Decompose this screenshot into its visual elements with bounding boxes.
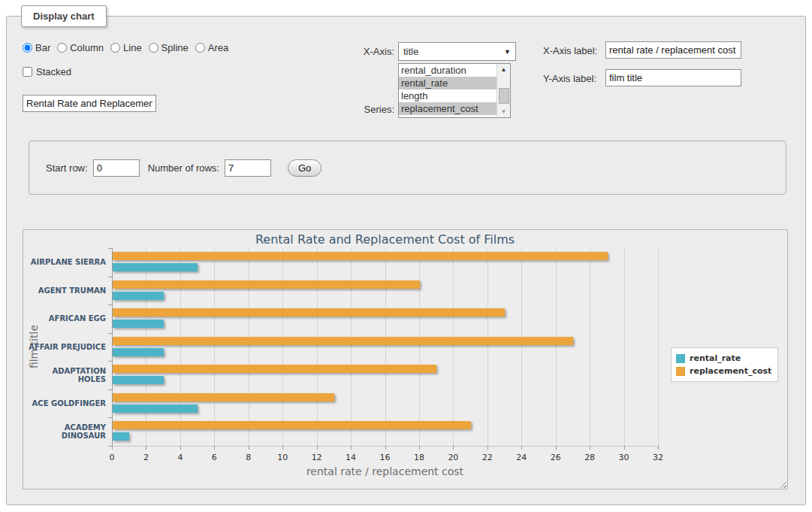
gridline <box>317 248 318 446</box>
bar-rental_rate[interactable] <box>113 404 198 413</box>
scrollbar-thumb[interactable] <box>499 88 509 103</box>
y-axis-label-label: Y-Axis label: <box>543 73 596 84</box>
chart-type-line[interactable]: Line <box>110 42 142 53</box>
category-label: AFFAIR PREJUDICE <box>25 333 106 362</box>
scroll-up-icon[interactable]: ▲ <box>497 64 510 75</box>
bar-rental_rate[interactable] <box>113 376 164 384</box>
gridline <box>658 248 659 446</box>
bar-replacement_cost[interactable] <box>113 308 505 317</box>
chart-type-area[interactable]: Area <box>195 42 228 53</box>
gridline <box>351 248 352 446</box>
gridline <box>249 248 249 446</box>
chart-type-radio-line[interactable] <box>110 43 120 53</box>
x-axis-select[interactable]: title ▼ <box>398 42 516 61</box>
gridline <box>624 248 625 446</box>
chart-type-bar[interactable]: Bar <box>23 42 50 53</box>
chart-type-label: Spline <box>161 42 189 53</box>
bar-rental_rate[interactable] <box>113 320 164 328</box>
bar-replacement_cost[interactable] <box>113 421 471 429</box>
bar-replacement_cost[interactable] <box>113 280 420 289</box>
bar-replacement_cost[interactable] <box>113 393 334 401</box>
resize-handle-icon[interactable] <box>778 480 786 488</box>
axis-tick <box>282 446 283 450</box>
axis-tick <box>351 446 352 450</box>
y-axis-label-input[interactable] <box>605 69 741 86</box>
chart-legend: rental_ratereplacement_cost <box>671 347 778 382</box>
chart-type-spline[interactable]: Spline <box>149 42 189 53</box>
x-tick-label: 10 <box>277 453 288 462</box>
stacked-checkbox-row[interactable]: Stacked <box>23 66 71 77</box>
axis-tick <box>658 446 659 450</box>
bar-rental_rate[interactable] <box>113 263 198 271</box>
x-axis-label-label: X-Axis label: <box>543 45 597 56</box>
chart-type-group: BarColumnLineSplineArea <box>23 42 235 53</box>
gridline <box>214 248 215 446</box>
chart-type-label: Line <box>123 42 142 53</box>
legend-item-replacement_cost[interactable]: replacement_cost <box>676 365 771 377</box>
gridline <box>590 248 590 446</box>
num-rows-label: Number of rows: <box>148 162 219 174</box>
category-label: ADAPTATION HOLES <box>25 361 106 389</box>
x-tick-label: 26 <box>551 453 561 462</box>
legend-item-rental_rate[interactable]: rental_rate <box>676 352 771 365</box>
chart-type-radio-area[interactable] <box>195 43 205 53</box>
x-axis-selected-value: title <box>403 46 418 57</box>
category-label: ACADEMY DINOSAUR <box>25 417 106 446</box>
x-tick-label: 24 <box>516 453 527 462</box>
start-row-input[interactable] <box>93 159 140 177</box>
x-tick-label: 18 <box>414 453 424 462</box>
row-controls-panel: Start row: Number of rows: Go <box>29 141 786 195</box>
chart-type-label: Area <box>208 42 228 53</box>
series-option-rental_duration[interactable]: rental_duration <box>399 64 497 77</box>
bar-rental_rate[interactable] <box>113 348 164 356</box>
axis-tick <box>214 446 215 450</box>
axis-tick <box>249 446 249 450</box>
num-rows-input[interactable] <box>225 159 271 177</box>
x-tick-label: 2 <box>143 453 149 462</box>
gridline <box>488 248 488 446</box>
gridline <box>556 248 557 446</box>
x-axis-label-input[interactable] <box>605 41 741 59</box>
axis-tick <box>590 446 590 450</box>
series-option-length[interactable]: length <box>399 89 497 102</box>
chart-type-radio-spline[interactable] <box>149 43 158 53</box>
legend-swatch-icon <box>676 367 685 376</box>
bar-rental_rate[interactable] <box>113 292 164 300</box>
series-option-rental_rate[interactable]: rental_rate <box>399 77 497 89</box>
x-tick-label: 16 <box>380 453 391 462</box>
chart-type-radio-column[interactable] <box>57 43 67 53</box>
go-button[interactable]: Go <box>288 159 321 177</box>
chart-title: Rental Rate and Replacement Cost of Film… <box>112 232 658 247</box>
legend-label: rental_rate <box>690 353 741 363</box>
listbox-scrollbar[interactable]: ▲ ▼ <box>497 64 510 117</box>
legend-swatch-icon <box>676 354 685 363</box>
series-option-replacement_cost[interactable]: replacement_cost <box>399 102 497 115</box>
scrollbar-track[interactable] <box>497 75 510 106</box>
bar-replacement_cost[interactable] <box>113 365 436 373</box>
fieldset-legend: Display chart <box>21 5 107 27</box>
x-tick-label: 28 <box>584 453 595 462</box>
x-tick-labels: 02468101214161820222426283032 <box>112 453 658 462</box>
chart-title-input[interactable] <box>23 95 156 112</box>
dropdown-arrow-icon: ▼ <box>504 48 511 56</box>
x-tick-label: 0 <box>110 453 115 462</box>
series-listbox[interactable]: rental_durationrental_ratelengthreplacem… <box>398 63 511 118</box>
axis-tick <box>556 446 557 450</box>
bar-replacement_cost[interactable] <box>113 252 608 260</box>
category-axis-line <box>112 248 113 446</box>
axis-tick <box>385 446 386 450</box>
axis-tick <box>180 446 181 450</box>
x-tick-label: 6 <box>212 453 217 462</box>
stacked-checkbox[interactable] <box>23 67 32 77</box>
chart-type-radio-bar[interactable] <box>23 43 32 53</box>
bar-rental_rate[interactable] <box>113 432 129 441</box>
x-axis-select-label: X-Axis: <box>342 46 394 57</box>
bar-replacement_cost[interactable] <box>113 337 573 345</box>
gridline <box>146 248 146 446</box>
scroll-down-icon[interactable]: ▼ <box>497 106 510 117</box>
chart-type-column[interactable]: Column <box>57 42 104 53</box>
gridline <box>521 248 522 446</box>
axis-tick <box>521 446 522 450</box>
gridline <box>180 248 181 446</box>
axis-tick <box>488 446 488 450</box>
